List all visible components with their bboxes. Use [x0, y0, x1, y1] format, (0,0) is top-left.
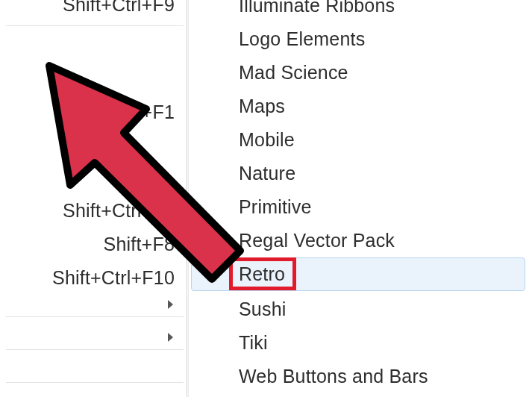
item-label: Mad Science	[239, 62, 348, 84]
item-label: Tiki	[239, 332, 268, 354]
shortcut-text: Shift+F8	[104, 234, 175, 255]
submenu-item-retro[interactable]: Retro	[191, 257, 525, 291]
submenu-caret-row[interactable]	[168, 333, 173, 342]
left-shortcut-column: Shift+Ctrl+F9 Shift+Ctrl+F1 Shift+Ctrl+F…	[0, 0, 184, 397]
submenu-caret-row[interactable]	[168, 300, 173, 309]
submenu-item-tiki[interactable]: Tiki	[191, 326, 525, 360]
menu-item-shortcut[interactable]: Shift+Ctrl+F1	[0, 96, 184, 128]
submenu-item-primitive[interactable]: Primitive	[191, 190, 525, 224]
menu-item-shortcut[interactable]: Shift+Ctrl+F10	[0, 261, 184, 294]
submenu-item-maps[interactable]: Maps	[191, 90, 525, 123]
item-label: Primitive	[239, 196, 312, 218]
caret-right-icon	[168, 333, 173, 342]
item-label: Mobile	[239, 129, 295, 151]
item-label: Regal Vector Pack	[239, 230, 395, 251]
shortcut-text: Shift+Ctrl+F10	[52, 267, 175, 289]
submenu-item-logo-elements[interactable]: Logo Elements	[191, 22, 525, 56]
menu-column-divider	[188, 0, 189, 397]
menu-item-shortcut[interactable]: Shift+Ctrl+F9	[0, 0, 184, 21]
submenu-item-sushi[interactable]: Sushi	[191, 293, 525, 326]
submenu-item-web-buttons-bars[interactable]: Web Buttons and Bars	[191, 360, 525, 393]
caret-right-icon	[168, 300, 173, 309]
shortcut-text: Shift+Ctrl+F7	[63, 200, 175, 222]
menu-item-shortcut[interactable]: Shift+Ctrl+F7	[0, 194, 184, 227]
menu-separator	[6, 25, 184, 26]
item-label: Illuminate Ribbons	[239, 0, 395, 16]
shortcut-text: Shift+Ctrl+F1	[63, 101, 175, 123]
submenu-item-mad-science[interactable]: Mad Science	[191, 56, 525, 90]
submenu-item-regal-vector-pack[interactable]: Regal Vector Pack	[191, 224, 525, 257]
menu-item-shortcut[interactable]: Shift+F8	[0, 228, 184, 260]
menu-separator	[6, 349, 184, 350]
shortcut-text: Shift+Ctrl+F9	[63, 0, 175, 16]
item-label: Maps	[239, 96, 285, 117]
right-submenu-column: Illuminate Ribbons Logo Elements Mad Sci…	[191, 0, 532, 397]
item-label: Nature	[239, 163, 295, 184]
menu-separator	[6, 382, 184, 383]
item-label: Sushi	[239, 298, 287, 320]
submenu-item-nature[interactable]: Nature	[191, 157, 525, 190]
submenu-item-mobile[interactable]: Mobile	[191, 123, 525, 157]
item-label: Retro	[239, 263, 285, 285]
item-label: Logo Elements	[239, 28, 365, 50]
menu-column-divider	[187, 0, 187, 397]
item-label: Web Buttons and Bars	[239, 366, 428, 387]
menu-separator	[6, 316, 184, 317]
submenu-item-illuminate-ribbons[interactable]: Illuminate Ribbons	[191, 0, 525, 22]
